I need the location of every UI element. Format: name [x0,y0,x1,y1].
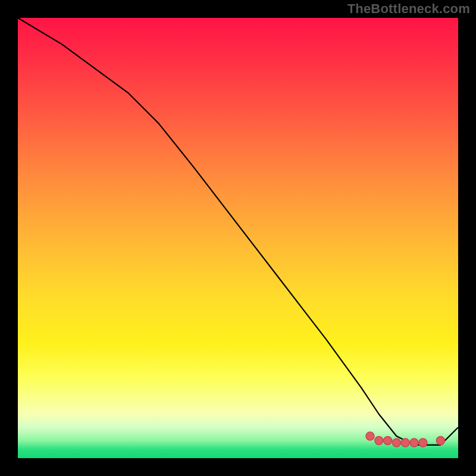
chart-svg [18,18,458,458]
watermark-text: TheBottleneck.com [347,1,470,17]
curve-marker [392,439,400,447]
curve-marker [401,439,409,447]
curve-marker [384,436,392,444]
main-curve [18,18,458,445]
plot-area [18,18,458,458]
chart-frame: TheBottleneck.com [0,0,476,476]
curve-marker [410,439,418,447]
curve-marker [419,439,427,447]
curve-marker [436,436,444,444]
curve-marker [366,432,374,440]
curve-marker [375,436,383,444]
